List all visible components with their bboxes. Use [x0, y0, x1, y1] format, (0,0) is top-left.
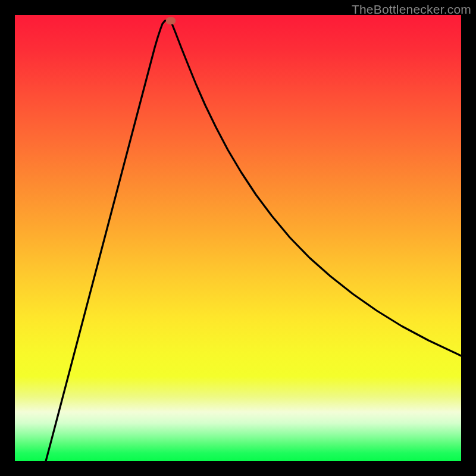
outer-frame: TheBottlenecker.com: [0, 0, 476, 476]
plot-area: [15, 15, 461, 461]
bottleneck-curve: [15, 15, 461, 461]
optimal-point-marker: [166, 17, 176, 24]
watermark-text: TheBottlenecker.com: [352, 2, 471, 17]
curve-path: [46, 20, 461, 461]
